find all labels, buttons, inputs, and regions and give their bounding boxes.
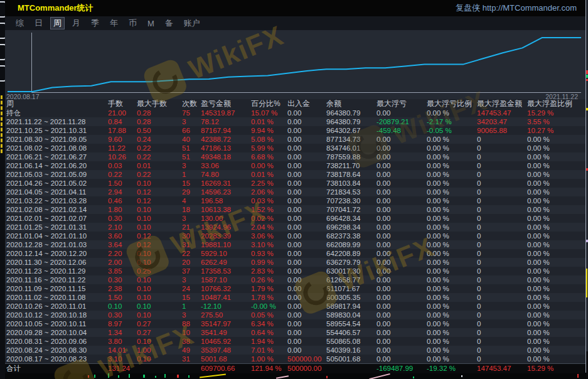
table-cell: 0.00	[287, 179, 326, 188]
table-cell: 0.00	[287, 161, 326, 170]
menu-item-M[interactable]: M	[144, 18, 158, 29]
table-cell: 0.00 %	[527, 170, 585, 179]
table-cell: 0.01 %	[251, 170, 287, 179]
menu-item-综[interactable]: 综	[13, 17, 27, 29]
table-cell: 0.02 %	[251, 214, 287, 223]
table-cell: 42388.72	[201, 135, 251, 144]
table-row[interactable]: 2021.08.30 ~ 2021.09.059.600.244042388.7…	[5, 135, 585, 144]
table-row[interactable]: 2020.08.31 ~ 2020.09.063.800.103810465.9…	[5, 337, 585, 346]
menu-item-日[interactable]: 日	[31, 17, 46, 29]
menu-item-季[interactable]: 季	[88, 17, 102, 29]
table-cell: 3.80	[108, 337, 137, 346]
table-row[interactable]: 2020.10.05 ~ 2020.10.118.970.278835147.9…	[5, 319, 585, 328]
column-header-1: 周	[6, 99, 108, 109]
table-cell: 20	[182, 258, 201, 267]
table-row[interactable]: 2021.10.25 ~ 2021.10.3117.880.506687167.…	[5, 126, 585, 135]
menu-item-账户[interactable]: 账户	[181, 17, 203, 29]
table-cell: 14.01	[108, 346, 137, 355]
table-row[interactable]: 2021.03.22 ~ 2021.03.280.460.124196.580.…	[5, 196, 585, 205]
table-row[interactable]: 2021.04.05 ~ 2021.04.112.940.122914596.2…	[5, 188, 585, 196]
table-row[interactable]: 2020.11.02 ~ 2020.11.081.500.101510487.4…	[5, 293, 585, 302]
table-cell: 1.50	[108, 293, 137, 302]
table-cell: 0.00	[287, 135, 326, 144]
table-cell: 0.00 %	[427, 302, 477, 311]
table-cell: 682373.38	[326, 232, 377, 240]
table-row[interactable]: 2021.01.25 ~ 2021.01.312.100.102113924.9…	[5, 223, 585, 232]
table-cell: 0	[477, 196, 527, 205]
table-cell: 0.00	[377, 284, 427, 293]
table-row[interactable]: 2021.01.04 ~ 2021.01.103.600.123020283.3…	[5, 232, 585, 240]
table-cell: 3	[182, 117, 201, 126]
table-cell: 16269.31	[201, 179, 251, 188]
table-cell: 0.00	[287, 249, 326, 258]
table-cell: 721834.53	[326, 188, 377, 196]
table-row[interactable]: 2021.04.26 ~ 2021.05.021.500.101516269.3…	[5, 179, 585, 188]
brand-link[interactable]: 复盘侠 http://MTCommander.com	[456, 3, 577, 14]
column-header-5: 盈亏金额	[201, 99, 251, 109]
table-row[interactable]: 2020.11.30 ~ 2020.12.062.000.10206262.49…	[5, 258, 585, 267]
menu-item-备[interactable]: 备	[162, 17, 176, 29]
table-cell: 0.00 %	[427, 188, 477, 196]
table-cell: 7.01 %	[251, 346, 287, 355]
table-cell: 15.29 %	[527, 364, 585, 373]
table-cell: 0	[477, 223, 527, 232]
table-cell: 0.10	[137, 337, 182, 346]
title-bar[interactable]: MTCommander统计 复盘侠 http://MTCommander.com	[5, 0, 585, 16]
table-cell: 0	[477, 258, 527, 267]
table-row[interactable]: 2020.10.26 ~ 2020.11.010.100.101-12.10-0…	[5, 302, 585, 311]
table-cell: 2021.11.22 ~ 2021.11.28	[6, 117, 108, 126]
table-cell: 0.00 %	[427, 170, 477, 179]
table-cell: 51	[182, 144, 201, 152]
table-cell: 9.94 %	[251, 126, 287, 135]
table-cell: 1.50	[108, 179, 137, 188]
table-row[interactable]: 2021.02.08 ~ 2021.02.141.800.101810613.3…	[5, 205, 585, 214]
table-cell: 31	[182, 240, 201, 249]
menu-item-币[interactable]: 币	[126, 17, 140, 29]
table-cell: 0.00	[287, 144, 326, 152]
table-row[interactable]: 2021.06.14 ~ 2021.06.200.030.01333.060.0…	[5, 161, 585, 170]
table-cell: 0.00	[377, 249, 427, 258]
table-cell: 38	[182, 337, 201, 346]
table-row[interactable]: 2020.11.16 ~ 2020.11.220.300.1031587.100…	[5, 275, 585, 284]
table-row[interactable]: 2020.08.17 ~ 2020.08.233.100.10315001.68…	[5, 355, 585, 363]
table-row[interactable]: 2021.11.22 ~ 2021.11.280.840.28378.120.0…	[5, 117, 585, 126]
table-row[interactable]: 持仓21.000.2875145319.8715.07 %0.00964380.…	[5, 109, 585, 117]
table-cell: 1.00	[137, 346, 182, 355]
table-row[interactable]: 2020.08.24 ~ 2020.08.3014.011.004935397.…	[5, 346, 585, 355]
table-cell: 3.06 %	[251, 232, 287, 240]
table-cell: 0.25	[137, 267, 182, 275]
menu-item-周[interactable]: 周	[50, 17, 65, 29]
menu-item-月[interactable]: 月	[69, 17, 83, 29]
table-cell: 0.00 %	[251, 161, 287, 170]
table-cell: 2021.01.25 ~ 2021.01.31	[6, 223, 108, 232]
table-row[interactable]: 2020.11.23 ~ 2020.11.293.850.253717358.5…	[5, 267, 585, 275]
table-row[interactable]: 2020.10.12 ~ 2020.10.180.300.103275.500.…	[5, 311, 585, 319]
table-cell: 22	[182, 249, 201, 258]
table-total-row[interactable]: 合计131.24609700.66121.94 %500000.00-16948…	[5, 363, 585, 373]
table-cell: 0.00 %	[527, 302, 585, 311]
table-cell: 0.00	[377, 223, 427, 232]
menu-item-年[interactable]: 年	[107, 17, 121, 29]
table-cell	[137, 364, 182, 373]
table-cell: 707041.72	[326, 205, 377, 214]
table-row[interactable]: 2020.09.28 ~ 2020.10.041.340.27103541.49…	[5, 328, 585, 337]
table-row[interactable]: 2021.05.03 ~ 2021.05.090.220.22174.800.0…	[5, 170, 585, 179]
table-cell: 0	[477, 232, 527, 240]
table-cell: 0.00 %	[527, 144, 585, 152]
table-cell: 147453.47	[477, 364, 527, 373]
table-cell: 0.00	[287, 346, 326, 355]
table-cell: 90065.88	[477, 126, 527, 135]
table-row[interactable]: 2020.11.09 ~ 2020.11.152.380.102410766.3…	[5, 284, 585, 293]
table-cell: 2021.06.21 ~ 2021.06.27	[6, 152, 108, 161]
chart-artifact	[369, 373, 390, 379]
table-row[interactable]: 2021.06.21 ~ 2021.06.2710.260.225149348.…	[5, 152, 585, 161]
table-row[interactable]: 2021.02.01 ~ 2021.02.070.300.103130.000.…	[5, 214, 585, 223]
table-cell: 2020.10.05 ~ 2020.10.11	[6, 319, 108, 328]
table-cell: 3.10 %	[251, 240, 287, 249]
column-header-2: 手数	[108, 99, 137, 109]
table-cell: 88	[182, 319, 201, 328]
table-cell: 589817.94	[326, 302, 377, 311]
table-row[interactable]: 2021.08.02 ~ 2021.08.0811.220.225147186.…	[5, 144, 585, 152]
table-row[interactable]: 2020.12.14 ~ 2020.12.202.200.10225929.10…	[5, 249, 585, 258]
table-row[interactable]: 2020.12.28 ~ 2021.01.033.640.123119881.1…	[5, 240, 585, 249]
